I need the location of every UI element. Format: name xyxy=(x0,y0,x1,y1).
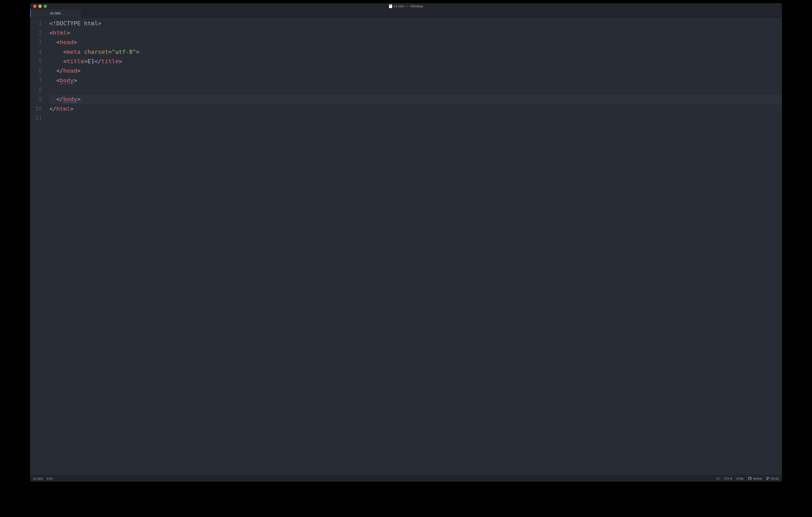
token-txt: E1 xyxy=(88,58,95,65)
line-number: 4 xyxy=(30,47,45,57)
code-line[interactable] xyxy=(50,85,782,95)
code-line[interactable]: <!DOCTYPE html> xyxy=(50,19,782,28)
line-number: 8 xyxy=(30,85,45,95)
status-filename[interactable]: e1.html xyxy=(33,477,42,480)
editor-area[interactable]: 1234567891011 <!DOCTYPE html><html> <hea… xyxy=(30,18,782,475)
token-tag: title xyxy=(67,58,84,65)
code-line[interactable]: <head> xyxy=(50,38,782,47)
status-line-ending[interactable]: LF xyxy=(716,477,720,480)
token-p xyxy=(50,39,57,45)
code-content[interactable]: <!DOCTYPE html><html> <head> <meta chars… xyxy=(45,18,782,475)
token-p: > xyxy=(67,30,70,36)
status-right: LF UTF-8 HTML GitHub Git (0) xyxy=(716,477,779,480)
token-p: > xyxy=(77,96,81,102)
status-git[interactable]: Git (0) xyxy=(766,477,779,480)
token-p: <! xyxy=(50,20,57,27)
token-p: </ xyxy=(50,105,57,112)
line-number: 3 xyxy=(30,38,45,47)
token-p: = xyxy=(108,49,112,55)
token-p: > xyxy=(74,77,77,84)
code-line[interactable]: <title>E1</title> xyxy=(50,57,782,66)
token-p: < xyxy=(63,49,67,55)
token-p: < xyxy=(63,58,67,65)
code-line[interactable]: </head> xyxy=(50,66,782,75)
traffic-lights xyxy=(30,5,47,8)
line-number: 2 xyxy=(30,28,45,38)
token-tag: title xyxy=(102,58,119,65)
token-p xyxy=(81,49,84,55)
line-number: 1 xyxy=(30,19,45,28)
status-left: e1.html 9:10 xyxy=(33,477,53,480)
token-p: </ xyxy=(56,67,63,74)
token-tag: head xyxy=(60,39,74,45)
token-tag: head xyxy=(63,67,77,74)
token-p xyxy=(50,77,57,84)
maximize-button[interactable] xyxy=(44,5,47,8)
code-line[interactable]: <html> xyxy=(50,28,782,38)
code-line[interactable]: </body> xyxy=(50,95,782,104)
token-p: < xyxy=(50,30,53,36)
token-p xyxy=(50,96,57,102)
editor-window: e1.html — ~/Desktop e1.html 123456789101… xyxy=(30,3,782,482)
code-line[interactable] xyxy=(50,114,782,123)
svg-point-1 xyxy=(766,479,767,480)
status-bar: e1.html 9:10 LF UTF-8 HTML GitHub Git (0… xyxy=(30,475,782,482)
token-p: > xyxy=(84,58,87,65)
token-p: > xyxy=(74,39,77,45)
token-p xyxy=(50,49,63,55)
code-line[interactable]: <meta charset="utf-8"> xyxy=(50,47,782,57)
status-github[interactable]: GitHub xyxy=(748,477,762,480)
token-tag: html xyxy=(56,105,70,112)
status-cursor-position[interactable]: 9:10 xyxy=(47,477,52,480)
line-highlight xyxy=(50,95,782,104)
git-branch-icon xyxy=(766,477,770,480)
status-git-label: Git (0) xyxy=(771,477,779,480)
token-tag: meta xyxy=(67,49,81,55)
token-p: < xyxy=(56,39,60,45)
code-line[interactable]: </html> xyxy=(50,104,782,114)
token-tag: body xyxy=(60,77,74,84)
line-number: 10 xyxy=(30,104,45,114)
token-p: > xyxy=(70,105,74,112)
token-p: < xyxy=(56,77,60,84)
token-p: > xyxy=(77,67,81,74)
svg-point-2 xyxy=(768,478,769,478)
window-title-text: e1.html — ~/Desktop xyxy=(394,4,423,8)
line-number-gutter: 1234567891011 xyxy=(30,18,45,475)
token-tag: body xyxy=(63,96,77,103)
minimize-button[interactable] xyxy=(38,5,41,8)
token-doc: DOCTYPE html xyxy=(56,20,98,27)
status-language[interactable]: HTML xyxy=(736,477,744,480)
token-str: "utf-8" xyxy=(112,49,136,55)
svg-point-0 xyxy=(766,477,767,478)
tab-label: e1.html xyxy=(50,11,60,15)
token-p: </ xyxy=(56,96,63,102)
line-number: 9 xyxy=(30,95,45,104)
token-p: > xyxy=(119,58,122,65)
code-line[interactable]: <body> xyxy=(50,76,782,85)
github-icon xyxy=(748,477,752,480)
status-encoding[interactable]: UTF-8 xyxy=(724,477,732,480)
line-number: 11 xyxy=(30,114,45,123)
line-number: 6 xyxy=(30,66,45,75)
token-p xyxy=(50,58,63,65)
token-tag: html xyxy=(53,30,67,36)
token-attr: charset xyxy=(84,49,108,55)
tab-bar[interactable]: e1.html xyxy=(30,9,782,18)
close-button[interactable] xyxy=(33,5,36,8)
file-icon xyxy=(389,4,392,8)
token-p: > xyxy=(136,49,139,55)
titlebar[interactable]: e1.html — ~/Desktop xyxy=(30,3,782,9)
tab-e1-html[interactable]: e1.html xyxy=(30,9,81,18)
token-p: </ xyxy=(94,58,102,65)
line-number: 5 xyxy=(30,57,45,66)
line-number: 7 xyxy=(30,76,45,85)
window-title: e1.html — ~/Desktop xyxy=(30,4,782,8)
token-p xyxy=(50,67,57,74)
status-github-label: GitHub xyxy=(753,477,762,480)
token-p: > xyxy=(98,20,101,27)
